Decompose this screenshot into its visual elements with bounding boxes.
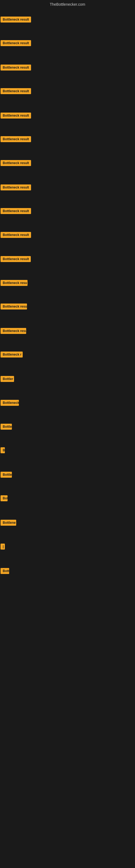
bottleneck-badge: Bottlene (1, 520, 16, 526)
bottleneck-badge: Bott (1, 568, 9, 574)
bottleneck-result-item: Bottleneck result (1, 16, 31, 24)
bottleneck-result-item: B (1, 447, 5, 455)
site-title-bar: TheBottlenecker.com (0, 0, 135, 9)
bottleneck-result-item: Bottleneck result (1, 40, 31, 48)
bottleneck-badge: Bottler (1, 376, 14, 382)
bottleneck-result-item: Bottleneck result (1, 184, 31, 192)
bottleneck-result-item: Bottleneck (1, 399, 19, 407)
bottleneck-result-item: | (1, 543, 5, 551)
bottleneck-badge: Bottleneck result (1, 88, 31, 94)
site-title: TheBottlenecker.com (0, 0, 135, 9)
bottleneck-result-item: Bottleneck result (1, 231, 31, 240)
bottleneck-badge: Bottleneck resu (1, 328, 26, 334)
bottleneck-result-item: Bott (1, 567, 9, 576)
bottleneck-badge: Bottleneck result (1, 136, 31, 142)
bottleneck-result-item: Bottleneck result (1, 208, 31, 216)
bottleneck-badge: Bottleneck resu (1, 304, 27, 310)
bottleneck-badge: | (1, 544, 5, 550)
bottleneck-result-item: Bottle (1, 471, 12, 479)
bottleneck-result-item: Bottleneck result (1, 64, 31, 72)
bottleneck-badge: Bottleneck result (1, 184, 31, 190)
bottleneck-badge: Bottle (1, 472, 12, 478)
bottleneck-badge: Bottleneck result (1, 160, 31, 166)
bottleneck-badge: Bottle (1, 424, 12, 430)
bottleneck-badge: Bottleneck result (1, 40, 31, 46)
bottleneck-result-item: Bottleneck result (1, 88, 31, 96)
bottleneck-result-item: Bottleneck result (1, 255, 31, 264)
bottleneck-result-item: Bot (1, 495, 8, 503)
bottleneck-badge: B (1, 447, 5, 453)
bottleneck-result-item: Bottleneck result (1, 159, 31, 167)
bottleneck-result-item: Bottleneck result (1, 135, 31, 144)
bottleneck-result-item: Bottler (1, 375, 14, 383)
bottleneck-badge: Bottleneck resu (1, 280, 28, 286)
bottleneck-result-item: Bottleneck result (1, 112, 31, 120)
bottleneck-items-container: Bottleneck resultBottleneck resultBottle… (0, 9, 135, 660)
bottleneck-badge: Bottleneck result (1, 208, 31, 214)
bottleneck-badge: Bottleneck result (1, 232, 31, 238)
bottleneck-badge: Bot (1, 495, 8, 501)
bottleneck-result-item: Bottleneck resu (1, 303, 27, 311)
bottleneck-result-item: Bottleneck resu (1, 328, 26, 336)
bottleneck-badge: Bottleneck r (1, 351, 23, 358)
bottleneck-result-item: Bottle (1, 423, 12, 431)
bottleneck-badge: Bottleneck result (1, 256, 31, 262)
bottleneck-badge: Bottleneck result (1, 17, 31, 23)
bottleneck-result-item: Bottleneck resu (1, 279, 28, 287)
bottleneck-result-item: Bottleneck r (1, 351, 23, 359)
bottleneck-result-item: Bottlene (1, 519, 16, 527)
bottleneck-badge: Bottleneck result (1, 113, 31, 119)
bottleneck-badge: Bottleneck (1, 400, 19, 406)
bottleneck-badge: Bottleneck result (1, 65, 31, 70)
